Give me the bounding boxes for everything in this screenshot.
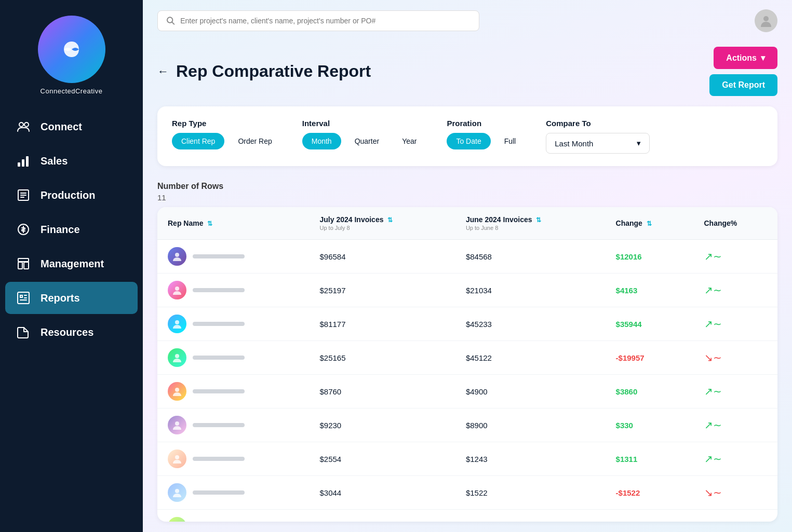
col-july-invoices[interactable]: July 2024 Invoices ⇅ Up to July 8 xyxy=(310,207,455,240)
sidebar-item-management[interactable]: Management xyxy=(5,248,138,280)
compare-to-value: Last Month xyxy=(555,139,593,148)
svg-point-17 xyxy=(175,388,179,392)
change-pct-icon: ↗∼ xyxy=(694,408,778,442)
actions-button[interactable]: Actions ▾ xyxy=(714,47,777,69)
compare-to-dropdown[interactable]: Last Month ▾ xyxy=(546,133,650,154)
svg-rect-8 xyxy=(18,258,29,262)
chevron-down-icon: ▾ xyxy=(637,139,641,148)
july-value: $96584 xyxy=(310,240,455,274)
get-report-button[interactable]: Get Report xyxy=(709,74,777,96)
proration-options: To Date Full xyxy=(447,133,525,149)
interval-month[interactable]: Month xyxy=(302,133,341,149)
table-row: $8760 $4900 $3860 ↗∼ xyxy=(157,375,777,408)
svg-point-1 xyxy=(24,122,29,127)
table-row: $9230 $8900 $330 ↗∼ xyxy=(157,408,777,442)
topbar xyxy=(143,0,792,42)
search-input[interactable] xyxy=(180,17,471,25)
rep-type-label: Rep Type xyxy=(172,119,281,128)
production-icon xyxy=(16,187,31,203)
rep-avatar xyxy=(168,449,186,468)
interval-quarter[interactable]: Quarter xyxy=(345,133,388,149)
logo-text: ConnectedCreative xyxy=(41,87,103,95)
july-sub-label: Up to July 8 xyxy=(320,225,445,231)
rep-avatar xyxy=(168,483,186,502)
rep-name-placeholder xyxy=(193,254,245,258)
interval-year[interactable]: Year xyxy=(393,133,426,149)
table-header-row: Rep Name ⇅ July 2024 Invoices ⇅ Up to Ju… xyxy=(157,207,777,240)
july-value: $25197 xyxy=(310,274,455,307)
june-sub-label: Up to June 8 xyxy=(466,225,595,231)
col-change-pct: Change% xyxy=(694,207,778,240)
july-value: $8760 xyxy=(310,375,455,408)
rows-info: Number of Rows 11 xyxy=(143,171,792,207)
sidebar-item-sales[interactable]: Sales xyxy=(5,145,138,177)
rep-cell xyxy=(168,247,299,266)
rep-avatar xyxy=(168,315,186,333)
rep-cell xyxy=(168,315,299,333)
management-icon xyxy=(16,256,31,271)
col-rep-name[interactable]: Rep Name ⇅ xyxy=(157,207,310,240)
proration-label: Proration xyxy=(447,119,525,128)
july-value: $3044 xyxy=(310,476,455,510)
proration-filter: Proration To Date Full xyxy=(447,119,525,149)
change-pct-icon: ↘∼ xyxy=(694,476,778,510)
rep-cell xyxy=(168,483,299,502)
sort-icon-july: ⇅ xyxy=(387,216,393,224)
table-row: $25165 $45122 -$19957 ↘∼ xyxy=(157,341,777,375)
sort-icon-change: ⇅ xyxy=(647,220,652,227)
june-value: $84568 xyxy=(455,240,606,274)
svg-point-13 xyxy=(175,253,179,257)
july-value: $25165 xyxy=(310,341,455,375)
sidebar-item-production-label: Production xyxy=(41,189,96,201)
proration-full[interactable]: Full xyxy=(495,133,526,149)
nav-menu: Connect Sales Production Finance Managem… xyxy=(0,111,143,350)
resources-icon xyxy=(16,324,31,340)
page-title-row: ← Rep Comparative Report xyxy=(157,62,371,81)
rep-name-placeholder xyxy=(193,457,245,461)
change-value: $4163 xyxy=(606,274,694,307)
trend-up-icon: ↗∼ xyxy=(704,386,722,397)
svg-point-19 xyxy=(175,455,179,459)
user-avatar[interactable] xyxy=(755,9,777,32)
change-value: $1311 xyxy=(606,442,694,476)
june-value: $1522 xyxy=(455,476,606,510)
col-june-invoices[interactable]: June 2024 Invoices ⇅ Up to June 8 xyxy=(455,207,606,240)
svg-rect-4 xyxy=(26,156,29,167)
table-row: $25197 $21034 $4163 ↗∼ xyxy=(157,274,777,307)
search-icon xyxy=(166,16,175,25)
change-pct-icon: ↗∼ xyxy=(694,274,778,307)
june-value: $8900 xyxy=(455,408,606,442)
change-value: -$1522 xyxy=(606,476,694,510)
rep-type-filter: Rep Type Client Rep Order Rep xyxy=(172,119,281,149)
rep-avatar xyxy=(168,416,186,434)
rep-type-order[interactable]: Order Rep xyxy=(229,133,281,149)
connect-icon xyxy=(16,119,31,134)
trend-up-icon: ↗∼ xyxy=(704,453,722,465)
col-change[interactable]: Change ⇅ xyxy=(606,207,694,240)
trend-down-icon: ↘∼ xyxy=(704,487,722,498)
sidebar-item-reports[interactable]: Reports xyxy=(5,282,138,314)
back-button[interactable]: ← xyxy=(157,65,169,78)
change-value: $12016 xyxy=(606,240,694,274)
search-bar[interactable] xyxy=(157,10,479,31)
filters-panel: Rep Type Client Rep Order Rep Interval M… xyxy=(157,106,777,166)
rep-type-client[interactable]: Client Rep xyxy=(172,133,224,149)
compare-to-label: Compare To xyxy=(546,119,650,128)
rep-name-placeholder xyxy=(193,356,245,360)
rep-cell xyxy=(168,382,299,401)
rep-avatar xyxy=(168,247,186,266)
svg-rect-3 xyxy=(22,159,24,167)
table-row: $3044 $1522 -$1522 ↘∼ xyxy=(157,476,777,510)
sidebar-item-connect[interactable]: Connect xyxy=(5,111,138,143)
proration-to-date[interactable]: To Date xyxy=(447,133,490,149)
page-title: Rep Comparative Report xyxy=(176,62,371,81)
sidebar-item-production[interactable]: Production xyxy=(5,179,138,211)
change-pct-icon: ↗∼ xyxy=(694,510,778,522)
rep-cell xyxy=(168,416,299,434)
sidebar-item-resources[interactable]: Resources xyxy=(5,316,138,348)
svg-rect-2 xyxy=(18,162,20,167)
logo[interactable] xyxy=(38,16,105,83)
rep-avatar xyxy=(168,382,186,401)
june-value: $1243 xyxy=(455,442,606,476)
sidebar-item-finance[interactable]: Finance xyxy=(5,213,138,245)
